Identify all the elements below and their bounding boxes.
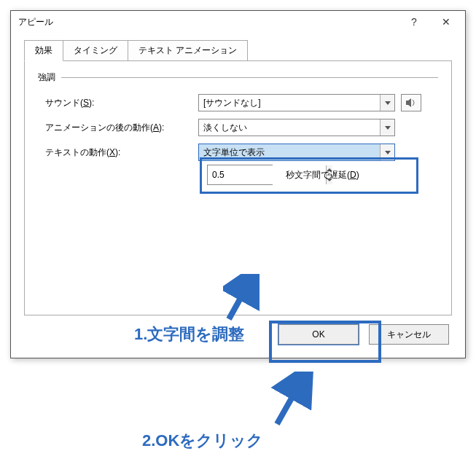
label-delay: 秒文字間で遅延(D) [286,169,359,181]
annotation-text-2: 2.OKをクリック [142,430,263,452]
annotation-arrow-2 [270,372,313,430]
tab-text-animation[interactable]: テキスト アニメーション [128,40,248,61]
text-animation-combobox[interactable]: 文字単位で表示 [198,144,395,161]
group-emphasis: 強調 [38,71,438,84]
ok-button[interactable]: OK [278,324,359,345]
annotation-arrow-1 [223,274,260,325]
tab-timing[interactable]: タイミング [63,40,128,61]
row-after-animation: アニメーションの後の動作(A): 淡くしない [38,119,438,136]
effect-panel: 強調 サウンド(S): [サウンドなし] アニメーションの [24,60,452,315]
row-sound: サウンド(S): [サウンドなし] [38,94,438,111]
group-emphasis-label: 強調 [38,71,61,84]
svg-marker-0 [385,101,391,105]
sound-combobox[interactable]: [サウンドなし] [198,94,395,111]
label-after: アニメーションの後の動作(A): [45,122,198,134]
titlebar: アピール ? ✕ [11,11,465,33]
row-text-animation: テキストの動作(X): 文字単位で表示 [38,144,438,161]
chevron-down-icon [380,95,394,111]
svg-marker-2 [385,126,391,130]
svg-line-9 [277,379,303,424]
svg-marker-3 [385,151,391,154]
help-button[interactable]: ? [398,12,430,32]
label-sound: サウンド(S): [45,97,198,109]
tab-strip: 効果 タイミング テキスト アニメーション [24,40,458,61]
speaker-icon [406,98,416,107]
svg-line-7 [229,280,251,319]
text-value: 文字単位で表示 [199,146,380,159]
sound-value: [サウンドなし] [199,97,380,109]
group-divider [61,77,438,78]
row-delay: 秒文字間で遅延(D) [207,165,359,185]
label-text: テキストの動作(X): [45,146,198,159]
delay-spinner[interactable] [207,165,273,185]
dialog-title: アピール [18,16,398,28]
cancel-button[interactable]: キャンセル [369,324,449,345]
after-value: 淡くしない [199,122,380,134]
dialog-button-row: OK キャンセル [278,324,449,345]
annotation-text-1: 1.文字間を調整 [134,323,244,345]
play-sound-button[interactable] [401,94,421,111]
svg-marker-1 [406,98,411,107]
animation-options-dialog: アピール ? ✕ 効果 タイミング テキスト アニメーション 強調 サウンド(S… [10,10,466,358]
chevron-down-icon [380,144,394,160]
chevron-down-icon [380,119,394,136]
after-animation-combobox[interactable]: 淡くしない [198,119,395,136]
close-button[interactable]: ✕ [430,12,462,32]
tab-effect[interactable]: 効果 [24,40,63,61]
